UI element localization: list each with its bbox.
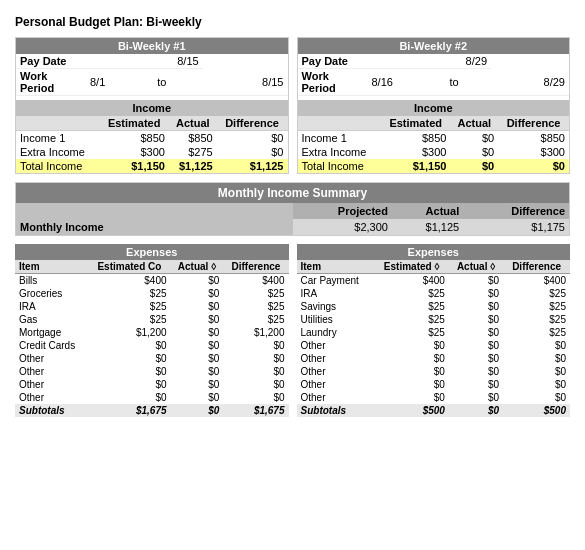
biweekly-1-header: Bi-Weekly #1 (16, 38, 288, 54)
exp-row: IRA$25$0$25 (15, 300, 289, 313)
monthly-income-label: Monthly Income (16, 219, 293, 235)
income-col-item-2 (298, 116, 381, 131)
exp-row: Other$0$0$0 (15, 378, 289, 391)
pay-date-label-1: Pay Date (16, 54, 86, 69)
monthly-col-diff: Difference (463, 203, 569, 219)
monthly-income-row: Monthly Income $2,300 $1,125 $1,175 (16, 219, 569, 235)
exp-row: Groceries$25$0$25 (15, 287, 289, 300)
monthly-projected-value: $2,300 (293, 219, 392, 235)
income-col-estimated-1: Estimated (99, 116, 168, 131)
monthly-actual-value: $1,125 (392, 219, 463, 235)
pay-date-label-2: Pay Date (298, 54, 368, 69)
exp-row: Utilities$25$0$25 (297, 313, 571, 326)
monthly-col-actual: Actual (392, 203, 463, 219)
income-col-diff-1: Difference (217, 116, 288, 131)
work-period-label-1: Work Period (16, 69, 86, 96)
exp-row: Gas$25$0$25 (15, 313, 289, 326)
biweekly-1-section: Bi-Weekly #1 Pay Date 8/15 Work Period 8… (15, 37, 289, 174)
exp-row: Credit Cards$0$0$0 (15, 339, 289, 352)
exp-row: Other$0$0$0 (297, 378, 571, 391)
exp-row: Savings$25$0$25 (297, 300, 571, 313)
exp2-col-actual: Actual ◊ (449, 260, 503, 274)
exp-row: Other$0$0$0 (297, 365, 571, 378)
work-period-from-2: 8/16 (368, 69, 446, 96)
exp-row: Other$0$0$0 (297, 339, 571, 352)
exp-row: Mortgage$1,200$0$1,200 (15, 326, 289, 339)
exp-row: Laundry$25$0$25 (297, 326, 571, 339)
monthly-col-projected: Projected (293, 203, 392, 219)
exp2-col-diff: Difference (503, 260, 570, 274)
income-row: Extra Income$300$275$0 (16, 145, 288, 159)
total-income-row-1: Total Income$1,150$1,125$1,125 (16, 159, 288, 173)
total-income-row-2: Total Income$1,150$0$0 (298, 159, 570, 173)
exp-row: Other$0$0$0 (297, 352, 571, 365)
exp-row: Bills$400$0$400 (15, 274, 289, 288)
work-period-end-2: 8/29 (491, 69, 569, 96)
pay-date-value-2: 8/29 (368, 54, 492, 69)
exp2-col-item: Item (297, 260, 375, 274)
work-period-to-2: to (445, 69, 491, 96)
exp2-col-est: Estimated ◊ (374, 260, 449, 274)
exp-row: IRA$25$0$25 (297, 287, 571, 300)
income-header-1: Income (16, 100, 288, 116)
work-period-from-1: 8/1 (86, 69, 153, 96)
exp-row: Other$0$0$0 (15, 352, 289, 365)
exp-subtotal-1: Subtotals$1,675$0$1,675 (15, 404, 289, 417)
income-col-actual-2: Actual (450, 116, 498, 131)
exp1-col-item: Item (15, 260, 88, 274)
income-col-estimated-2: Estimated (381, 116, 450, 131)
work-period-end-1: 8/15 (203, 69, 288, 96)
exp-subtotal-2: Subtotals$500$0$500 (297, 404, 571, 417)
exp1-col-diff: Difference (223, 260, 288, 274)
exp-row: Other$0$0$0 (297, 391, 571, 404)
expenses-2: Expenses Item Estimated ◊ Actual ◊ Diffe… (297, 244, 571, 417)
income-row: Extra Income$300$0$300 (298, 145, 570, 159)
exp1-col-actual: Actual ◊ (171, 260, 224, 274)
monthly-diff-value: $1,175 (463, 219, 569, 235)
income-col-actual-1: Actual (169, 116, 217, 131)
income-header-2: Income (298, 100, 570, 116)
income-col-diff-2: Difference (498, 116, 569, 131)
expenses-1: Expenses Item Estimated Co Actual ◊ Diff… (15, 244, 289, 417)
exp-row: Other$0$0$0 (15, 365, 289, 378)
biweekly-2-section: Bi-Weekly #2 Pay Date 8/29 Work Period 8… (297, 37, 571, 174)
exp1-col-est: Estimated Co (88, 260, 170, 274)
exp-row: Car Payment$400$0$400 (297, 274, 571, 288)
income-col-item-1 (16, 116, 99, 131)
work-period-label-2: Work Period (298, 69, 368, 96)
monthly-section: Monthly Income Summary Projected Actual … (15, 182, 570, 236)
page-title: Personal Budget Plan: Bi-weekly (15, 15, 570, 29)
biweekly-2-header: Bi-Weekly #2 (298, 38, 570, 54)
income-row: Income 1$850$0$850 (298, 131, 570, 146)
pay-date-value-1: 8/15 (86, 54, 203, 69)
expenses-section: Expenses Item Estimated Co Actual ◊ Diff… (15, 244, 570, 417)
work-period-to-1: to (153, 69, 203, 96)
expenses-2-header: Expenses (297, 244, 571, 260)
exp-row: Other$0$0$0 (15, 391, 289, 404)
expenses-1-header: Expenses (15, 244, 289, 260)
monthly-header: Monthly Income Summary (16, 183, 569, 203)
income-row: Income 1$850$850$0 (16, 131, 288, 146)
